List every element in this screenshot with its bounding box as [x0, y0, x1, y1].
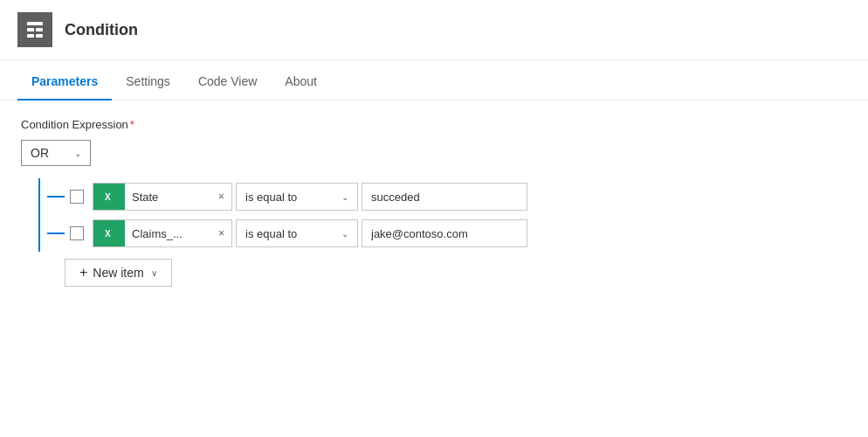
tab-parameters[interactable]: Parameters: [17, 64, 112, 101]
svg-text:X: X: [105, 192, 111, 202]
new-item-label: New item: [93, 266, 143, 280]
condition-tag-close-1[interactable]: ×: [211, 191, 231, 203]
tab-code-view[interactable]: Code View: [184, 64, 271, 101]
condition-tag-2: X Claims_... ×: [93, 219, 232, 247]
conditions-area: X State × is equal to ⌄: [30, 178, 847, 287]
connector-line-1: [47, 196, 65, 198]
plus-icon: +: [79, 265, 87, 281]
operator-dropdown-1[interactable]: is equal to ⌄: [236, 183, 358, 211]
condition-tag-1: X State ×: [93, 183, 232, 211]
condition-icon: [17, 12, 52, 47]
chevron-down-icon-1: ⌄: [341, 192, 348, 202]
condition-checkbox-2[interactable]: [70, 226, 84, 240]
tabs-container: Parameters Settings Code View About: [0, 64, 868, 101]
svg-rect-4: [36, 34, 43, 38]
tab-about[interactable]: About: [271, 64, 331, 101]
value-input-2[interactable]: [362, 219, 527, 247]
value-input-1[interactable]: [362, 183, 527, 211]
operator-label-1: is equal to: [245, 191, 336, 204]
page-title: Condition: [65, 21, 138, 39]
content-area: Condition Expression* OR ⌄ X State: [0, 101, 868, 304]
condition-expression-label: Condition Expression*: [21, 118, 847, 131]
svg-rect-2: [36, 28, 43, 31]
condition-row-2: X Claims_... × is equal to ⌄: [40, 219, 847, 247]
condition-checkbox-1[interactable]: [70, 190, 84, 204]
svg-rect-1: [27, 28, 34, 31]
svg-rect-0: [27, 22, 43, 25]
connector-line-2: [47, 232, 65, 234]
chevron-down-icon-new: ∨: [151, 268, 157, 278]
header: Condition: [0, 0, 868, 60]
svg-text:X: X: [105, 229, 111, 239]
or-operator-dropdown[interactable]: OR ⌄: [21, 140, 91, 166]
condition-group: X State × is equal to ⌄: [38, 178, 847, 252]
excel-icon-1: X: [93, 183, 125, 211]
condition-tag-text-1: State: [125, 191, 211, 204]
new-item-button[interactable]: + New item ∨: [65, 259, 172, 287]
condition-row-1: X State × is equal to ⌄: [40, 183, 847, 211]
excel-icon-2: X: [93, 219, 125, 247]
or-operator-value: OR: [31, 146, 74, 160]
svg-rect-3: [27, 34, 34, 38]
operator-dropdown-2[interactable]: is equal to ⌄: [236, 219, 358, 247]
condition-tag-text-2: Claims_...: [125, 227, 211, 240]
condition-tag-close-2[interactable]: ×: [211, 227, 231, 239]
operator-label-2: is equal to: [245, 227, 336, 240]
required-marker: *: [130, 118, 134, 131]
chevron-down-icon: ⌄: [74, 149, 81, 158]
chevron-down-icon-2: ⌄: [341, 229, 348, 239]
tab-settings[interactable]: Settings: [112, 64, 184, 101]
